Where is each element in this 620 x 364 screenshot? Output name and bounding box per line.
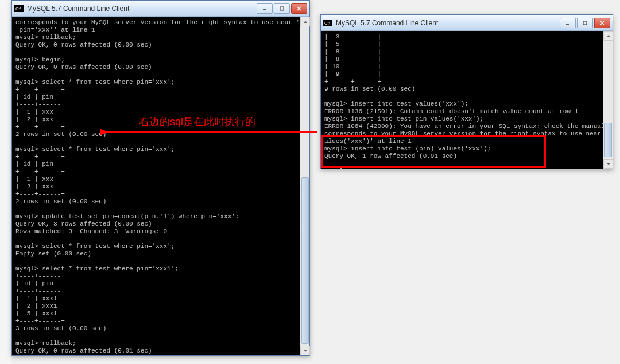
svg-marker-8 — [304, 350, 307, 352]
window-title-right: MySQL 5.7 Command Line Client — [336, 19, 560, 27]
window-controls-left — [257, 3, 307, 14]
maximize-button[interactable] — [577, 18, 593, 28]
minimize-button[interactable] — [560, 18, 576, 28]
svg-marker-7 — [304, 21, 307, 23]
scrollbar-thumb-right[interactable] — [604, 123, 612, 157]
scrollbar-thumb-left[interactable] — [301, 177, 309, 344]
scroll-down-button[interactable] — [300, 346, 310, 355]
window-controls-right — [560, 18, 610, 28]
svg-text:C:\: C:\ — [16, 6, 22, 11]
scrollbar-left[interactable] — [300, 17, 309, 355]
svg-rect-4 — [280, 7, 284, 10]
maximize-button[interactable] — [274, 3, 290, 14]
scrollbar-right[interactable] — [603, 31, 613, 169]
svg-rect-12 — [583, 21, 587, 25]
mysql-icon: C:\ — [14, 4, 24, 13]
svg-marker-16 — [607, 163, 610, 165]
close-button[interactable] — [594, 18, 610, 28]
terminal-content-left[interactable]: corresponds to your MySQL server version… — [12, 17, 309, 355]
window-title-left: MySQL 5.7 Command Line Client — [27, 5, 257, 13]
mysql-icon: C:\ — [323, 18, 332, 28]
terminal-content-right[interactable]: | 3 | | 5 | | 8 | | 8 | | 10 | | 9 | +--… — [321, 31, 613, 169]
scroll-up-button[interactable] — [300, 17, 310, 26]
close-button[interactable] — [291, 3, 307, 14]
scroll-down-button[interactable] — [603, 159, 613, 169]
mysql-cli-window-left: C:\ MySQL 5.7 Command Line Client corres… — [11, 0, 310, 356]
titlebar-left[interactable]: C:\ MySQL 5.7 Command Line Client — [12, 1, 309, 17]
mysql-cli-window-right: C:\ MySQL 5.7 Command Line Client | 3 | … — [320, 14, 613, 169]
svg-text:C:\: C:\ — [324, 21, 331, 26]
annotation-label: 右边的sql是在此时执行的 — [139, 115, 255, 129]
svg-marker-15 — [607, 35, 610, 37]
titlebar-right[interactable]: C:\ MySQL 5.7 Command Line Client — [321, 15, 613, 31]
minimize-button[interactable] — [257, 3, 273, 14]
background-strip — [0, 0, 11, 364]
scroll-up-button[interactable] — [603, 31, 613, 41]
